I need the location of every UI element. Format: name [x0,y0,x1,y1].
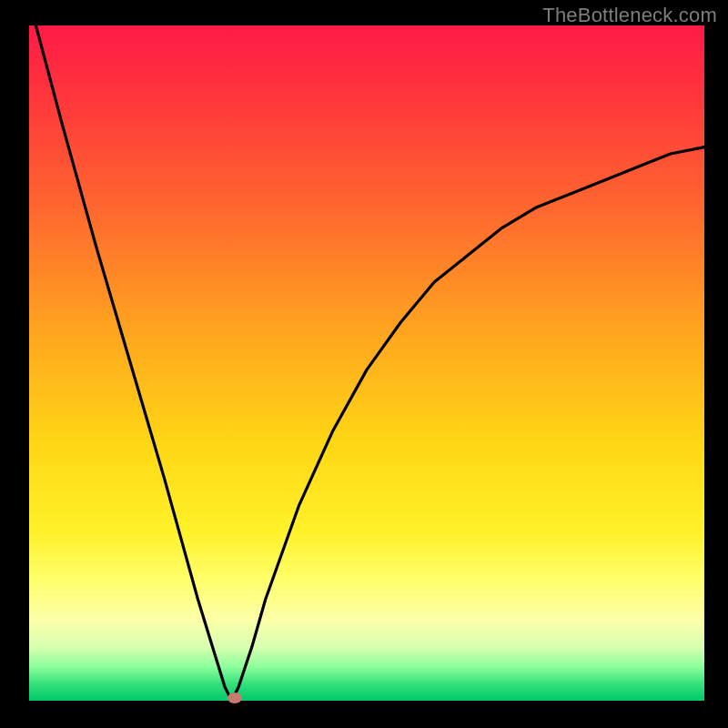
chart-frame: TheBottleneck.com [0,0,728,728]
minimum-marker [228,693,242,703]
watermark-text: TheBottleneck.com [542,4,717,27]
bottleneck-curve [29,25,704,701]
plot-area [29,25,704,701]
curve-path [35,25,704,701]
